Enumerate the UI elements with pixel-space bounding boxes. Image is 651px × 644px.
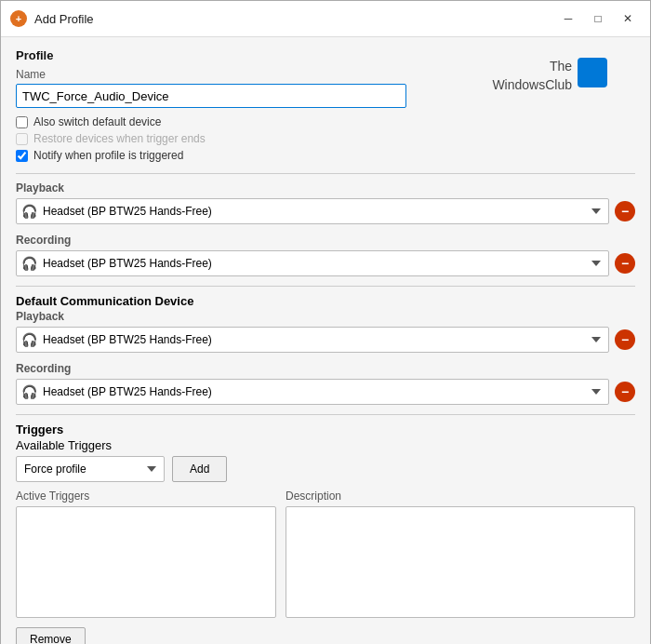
triggers-title: Triggers	[16, 423, 635, 436]
brand-line1: The	[550, 59, 572, 74]
default-comm-playback-section: Playback 🎧 Headset (BP BTW25 Hands-Free)…	[16, 310, 635, 353]
restore-checkbox	[16, 133, 28, 145]
add-profile-window: + Add Profile ─ □ ✕ Profile Name Also sw…	[0, 0, 651, 644]
default-comm-recording-wrapper: 🎧 Headset (BP BTW25 Hands-Free)	[16, 379, 609, 405]
window-controls: ─ □ ✕	[555, 8, 641, 29]
playback-section: Playback 🎧 Headset (BP BTW25 Hands-Free)…	[16, 181, 635, 224]
playback-device-row: 🎧 Headset (BP BTW25 Hands-Free) −	[16, 198, 635, 224]
minimize-button[interactable]: ─	[555, 8, 581, 29]
playback-title: Playback	[16, 181, 635, 195]
content-area: Profile Name Also switch default device …	[1, 37, 650, 644]
default-comm-recording-row: 🎧 Headset (BP BTW25 Hands-Free) −	[16, 379, 635, 405]
default-comm-playback-label: Playback	[16, 310, 635, 323]
profile-section: Profile Name Also switch default device …	[16, 48, 635, 166]
default-comm-recording-section: Recording 🎧 Headset (BP BTW25 Hands-Free…	[16, 362, 635, 405]
recording-remove-button[interactable]: −	[615, 253, 635, 274]
description-label: Description	[286, 490, 635, 503]
trigger-select[interactable]: Force profile Application focus Hotkey S…	[16, 456, 165, 482]
available-triggers-label-wrap: Available Triggers	[16, 438, 635, 452]
playback-select-wrapper: 🎧 Headset (BP BTW25 Hands-Free)	[16, 198, 609, 224]
active-triggers-area: Active Triggers Remove Description	[16, 490, 635, 644]
recording-device-select[interactable]: Headset (BP BTW25 Hands-Free)	[16, 250, 609, 276]
default-comm-recording-label: Recording	[16, 362, 635, 375]
name-label: Name	[16, 68, 492, 81]
notify-row: Notify when profile is triggered	[16, 149, 492, 162]
recording-select-wrapper: 🎧 Headset (BP BTW25 Hands-Free)	[16, 250, 609, 276]
divider-3	[16, 414, 635, 415]
default-comm-playback-remove[interactable]: −	[615, 329, 635, 350]
recording-section: Recording 🎧 Headset (BP BTW25 Hands-Free…	[16, 234, 635, 276]
notify-label: Notify when profile is triggered	[33, 149, 183, 162]
also-switch-row: Also switch default device	[16, 115, 492, 128]
restore-label: Restore devices when trigger ends	[33, 132, 206, 145]
notify-checkbox[interactable]	[16, 150, 28, 162]
window-title: Add Profile	[34, 12, 548, 26]
triggers-section: Triggers Available Triggers Force profil…	[16, 423, 635, 644]
divider-2	[16, 286, 635, 287]
divider-1	[16, 173, 635, 174]
close-button[interactable]: ✕	[615, 8, 641, 29]
default-comm-recording-remove[interactable]: −	[615, 382, 635, 402]
profile-left: Profile Name Also switch default device …	[16, 48, 492, 166]
also-switch-label: Also switch default device	[33, 115, 161, 128]
add-trigger-button[interactable]: Add	[172, 456, 227, 482]
available-triggers-label: Available Triggers	[16, 438, 112, 452]
default-comm-playback-row: 🎧 Headset (BP BTW25 Hands-Free) −	[16, 327, 635, 353]
description-box	[286, 506, 635, 618]
active-triggers-box	[16, 506, 276, 618]
recording-device-row: 🎧 Headset (BP BTW25 Hands-Free) −	[16, 250, 635, 276]
app-icon: +	[10, 10, 27, 27]
default-comm-recording-select[interactable]: Headset (BP BTW25 Hands-Free)	[16, 379, 609, 405]
name-input[interactable]	[16, 84, 406, 108]
active-triggers-label: Active Triggers	[16, 490, 276, 503]
default-comm-playback-wrapper: 🎧 Headset (BP BTW25 Hands-Free)	[16, 327, 609, 353]
also-switch-checkbox[interactable]	[16, 116, 28, 128]
default-comm-title: Default Communication Device	[16, 294, 635, 308]
recording-title: Recording	[16, 234, 635, 247]
default-comm-playback-select[interactable]: Headset (BP BTW25 Hands-Free)	[16, 327, 609, 353]
name-group: Name	[16, 68, 492, 108]
available-triggers-row: Force profile Application focus Hotkey S…	[16, 456, 635, 482]
description-area: Description	[286, 490, 635, 644]
profile-title: Profile	[16, 48, 492, 62]
playback-device-select[interactable]: Headset (BP BTW25 Hands-Free)	[16, 198, 609, 224]
brand-line2: WindowsClub	[492, 77, 572, 92]
playback-remove-button[interactable]: −	[615, 201, 635, 221]
restore-row: Restore devices when trigger ends	[16, 132, 492, 145]
title-bar: + Add Profile ─ □ ✕	[1, 1, 650, 37]
default-comm-section: Default Communication Device Playback 🎧 …	[16, 294, 635, 405]
active-triggers-list: Active Triggers Remove	[16, 490, 276, 644]
remove-trigger-button[interactable]: Remove	[16, 627, 86, 644]
brand-logo: The WindowsClub	[492, 48, 635, 94]
maximize-button[interactable]: □	[585, 8, 611, 29]
brand-icon	[578, 58, 607, 87]
